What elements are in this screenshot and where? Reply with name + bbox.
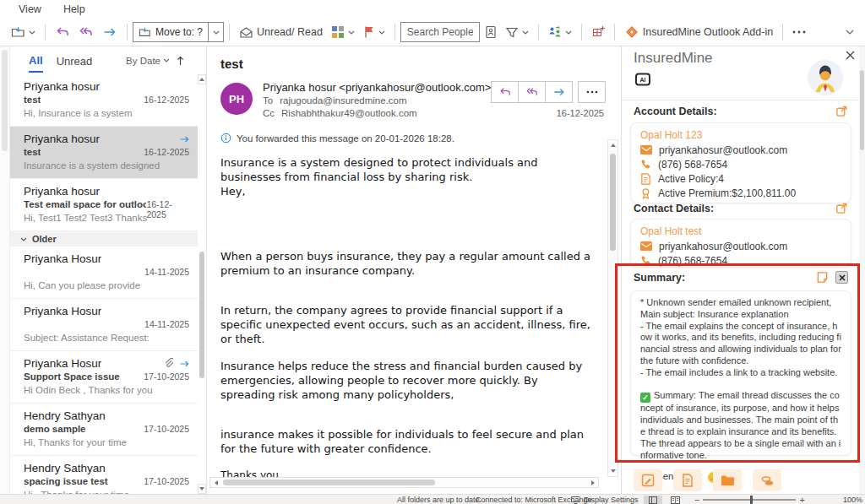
email-date: 14-11-2025	[144, 267, 191, 277]
insuredmine-addin-button[interactable]: InsuredMine Outlook Add-in	[620, 22, 777, 42]
menu-view[interactable]: View	[19, 3, 41, 15]
email-list-item[interactable]: Priyanka Hosur 14-11-2025 Subject: Assis…	[10, 299, 198, 351]
scrollbar-thumb[interactable]	[610, 154, 616, 251]
scrollbar-thumb[interactable]	[223, 480, 435, 485]
email-sender: Priyanka Hosur	[24, 357, 101, 370]
email-preview: Hi, Insurance is a system	[24, 108, 191, 121]
forward-button[interactable]	[98, 23, 122, 41]
sticky-note-icon[interactable]	[816, 271, 829, 284]
email-group-header[interactable]: Older	[10, 231, 198, 247]
document-button[interactable]	[673, 469, 702, 491]
email-list-item[interactable]: Priyanka hosur test 16-12-2025 Insurance…	[10, 127, 198, 179]
scroll-down-icon[interactable]	[198, 484, 206, 494]
email-date: 16-12-2025	[146, 199, 191, 219]
chevron-down-icon	[846, 30, 854, 35]
address-book-button[interactable]	[480, 23, 501, 41]
email-preview: Hi, Can you please provide	[24, 280, 191, 293]
zoom-out-button[interactable]: −	[694, 495, 699, 504]
coins-button[interactable]	[753, 469, 781, 491]
email-date: 14-11-2025	[144, 319, 191, 329]
move-to-combobox[interactable]: Move to: ?	[133, 22, 209, 42]
filter-button[interactable]	[501, 24, 533, 41]
reply-all-button[interactable]	[518, 81, 546, 103]
unread-read-button[interactable]: Unread/ Read	[235, 24, 327, 41]
menu-help[interactable]: Help	[63, 3, 85, 15]
reply-all-button[interactable]	[74, 23, 98, 41]
zoom-slider-thumb[interactable]	[750, 496, 753, 504]
email-list-item[interactable]: Priyanka Hosur Support Space issue 17-10…	[10, 351, 198, 404]
contact-email[interactable]: priyankahosur@outlook.com	[659, 241, 787, 252]
email-list-item[interactable]: Priyanka hosur Test email space for outl…	[10, 179, 198, 231]
more-actions-button[interactable]	[578, 81, 606, 103]
scrollbar-thumb[interactable]	[199, 252, 204, 378]
sort-ascending-button[interactable]	[177, 56, 184, 66]
contact-phone[interactable]: (876) 568-7654	[658, 255, 727, 267]
tab-all[interactable]: All	[29, 49, 43, 73]
ai-chip-icon[interactable]: AI	[634, 71, 652, 88]
split-view-button[interactable]	[666, 496, 684, 504]
sort-by-date-button[interactable]: By Date	[126, 56, 170, 66]
follow-up-flag-button[interactable]	[359, 23, 389, 41]
scroll-up-icon[interactable]	[198, 74, 206, 84]
open-account-external-icon[interactable]	[835, 105, 848, 117]
scroll-left-icon[interactable]	[210, 478, 221, 487]
scroll-up-icon[interactable]	[608, 140, 617, 150]
new-table-button[interactable]	[587, 23, 609, 41]
scroll-down-icon[interactable]	[608, 466, 617, 476]
cc-address[interactable]: Rishabhthakur49@outlook.com	[281, 108, 417, 121]
compose-note-button[interactable]	[634, 469, 662, 491]
categorize-button[interactable]	[327, 23, 359, 41]
toolbar-divider	[229, 24, 230, 41]
email-preview: Hi, Thanks for your time	[24, 437, 191, 450]
open-contact-external-icon[interactable]	[835, 202, 848, 214]
zoom-level[interactable]: 100%	[843, 495, 862, 504]
reading-horizontal-scrollbar[interactable]	[209, 477, 599, 488]
email-list-item[interactable]: Priyanka Hosur 14-11-2025 Hi, Can you pl…	[10, 247, 198, 299]
collapse-ribbon-button[interactable]	[841, 27, 858, 37]
tab-unread[interactable]: Unread	[57, 50, 93, 72]
scrollbar-thumb[interactable]	[860, 70, 864, 150]
phone-icon	[640, 159, 651, 170]
email-list-item[interactable]: Priyanka hosur test 16-12-2025 Hi, Insur…	[10, 74, 198, 127]
forward-button[interactable]	[545, 81, 573, 103]
move-to-dropdown[interactable]	[209, 22, 224, 42]
reading-vertical-scrollbar[interactable]	[607, 139, 618, 477]
email-sender: Priyanka Hosur	[24, 305, 101, 317]
email-list-scrollbar[interactable]	[198, 74, 206, 494]
search-people-input[interactable]	[400, 22, 480, 42]
toolbar-divider	[394, 24, 395, 41]
menu-bar: View Help	[0, 0, 865, 19]
display-settings-button[interactable]: Display Settings	[571, 495, 639, 504]
reading-view-button[interactable]	[644, 496, 662, 504]
email-date: 17-10-2025	[144, 476, 191, 486]
sender-avatar[interactable]: PH	[220, 83, 253, 115]
email-list-item[interactable]: Hendry Sathyan spacing issue test 17-10-…	[10, 456, 198, 494]
account-phone[interactable]: (876) 568-7654	[658, 159, 727, 171]
move-to-folder-button[interactable]	[7, 23, 40, 41]
to-address[interactable]: rajugouda@insuredmine.com	[280, 95, 406, 108]
toolbar-divider	[127, 24, 128, 41]
reply-button[interactable]	[491, 81, 519, 103]
user-avatar[interactable]	[808, 60, 843, 95]
collapsed-nav-strip[interactable]	[0, 46, 10, 494]
account-name-link[interactable]: Opal Holt 123	[640, 129, 841, 143]
translate-button[interactable]	[544, 23, 576, 41]
email-subject: Support Space issue	[24, 371, 120, 382]
scroll-right-icon[interactable]	[587, 478, 598, 487]
more-commands-button[interactable]	[788, 28, 810, 36]
folder-button[interactable]	[713, 469, 742, 491]
zoom-slider[interactable]	[703, 499, 796, 501]
zoom-in-button[interactable]: +	[799, 495, 804, 504]
undo-button[interactable]	[51, 23, 74, 41]
cc-label: Cc	[263, 108, 275, 121]
email-list-item[interactable]: Hendry Sathyan demo sample 17-10-2025 Hi…	[10, 404, 198, 456]
contact-name-link[interactable]: Opal Holt test	[640, 225, 841, 239]
policy-document-icon	[640, 173, 651, 185]
close-summary-icon[interactable]	[835, 271, 848, 284]
to-label: To	[263, 95, 273, 108]
account-email[interactable]: priyankahosur@outlook.com	[659, 144, 787, 156]
close-panel-icon[interactable]	[846, 51, 855, 60]
summary-heading: Summary:	[634, 271, 848, 284]
panel-scrollbar[interactable]	[859, 46, 865, 494]
email-sender: Priyanka Hosur	[24, 252, 101, 265]
